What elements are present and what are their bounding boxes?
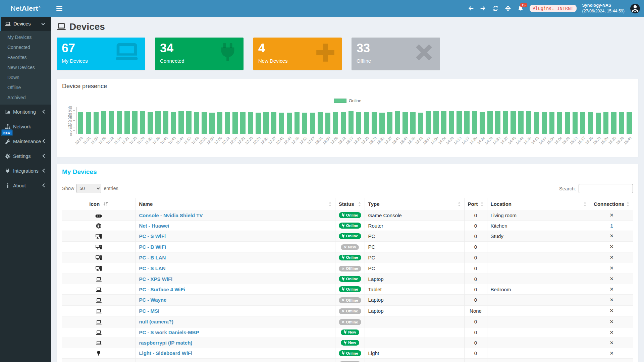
chart-bar — [169, 107, 177, 134]
device-type: Light — [365, 359, 464, 362]
sidebar-item-about[interactable]: About — [0, 178, 51, 193]
chart-bar — [455, 107, 463, 134]
forward-arrow-icon[interactable] — [480, 5, 487, 12]
refresh-icon[interactable] — [492, 5, 499, 12]
page-size-control: Show50entries — [62, 184, 118, 193]
column-header-name[interactable]: Name — [136, 198, 335, 210]
device-type: PC — [365, 263, 464, 274]
device-name-link[interactable]: PC - S LAN — [139, 265, 165, 271]
device-name-link[interactable]: PC - MSI — [139, 308, 159, 314]
sidebar-item-down[interactable]: Down — [0, 72, 51, 82]
chart-x-tick: 11:05 — [92, 134, 100, 153]
sidebar-item-new-devices[interactable]: New Devices — [0, 62, 51, 72]
sidebar-item-integrations[interactable]: Integrations — [0, 164, 51, 178]
back-arrow-icon[interactable] — [468, 5, 474, 12]
device-name-link[interactable]: PC - XPS WiFi — [139, 276, 172, 282]
device-name-link[interactable]: Console - Nvidia Shield TV — [139, 213, 203, 218]
sidebar-item-archived[interactable]: Archived — [0, 93, 51, 103]
device-port: 0 — [464, 284, 487, 295]
sidebar-toggle-button[interactable] — [56, 5, 63, 12]
host-datetime: (27/06/2024, 15:44:59) — [582, 8, 625, 14]
device-port: 0 — [464, 338, 487, 348]
chart-plot-area — [76, 107, 633, 134]
column-header-location[interactable]: Location — [487, 198, 590, 210]
table-row: PC - S LAN✕OfflinePC0✕ — [62, 263, 633, 274]
chart-title: Device presence — [57, 79, 638, 94]
status-badge: Online — [339, 286, 361, 292]
chart-bar — [115, 107, 123, 134]
table-header-row: Icon Name Status Type Port Location Co — [62, 198, 633, 210]
device-name-link[interactable]: Net - Huawei — [139, 223, 169, 229]
maintenance-new-badge: NEW — [1, 130, 12, 136]
device-type — [365, 316, 464, 327]
chart-x-tick: 11:21 — [123, 134, 130, 153]
status-badge: Online — [339, 223, 361, 229]
column-header-type[interactable]: Type — [365, 198, 464, 210]
user-avatar[interactable] — [630, 4, 640, 13]
stat-card-new-devices[interactable]: 4 New Devices — [253, 38, 342, 70]
chart-bar — [154, 107, 162, 134]
device-name-link[interactable]: Light - Sideboard WiFi — [139, 350, 192, 356]
device-name-link[interactable]: raspberrypi (IP match) — [139, 340, 192, 346]
sidebar-item-monitoring[interactable]: Monitoring — [0, 105, 51, 119]
column-header-port[interactable]: Port — [464, 198, 487, 210]
legend-label: Online — [349, 98, 362, 103]
device-location: Kitchen — [487, 221, 590, 231]
sidebar-item-favorites[interactable]: Favorites — [0, 52, 51, 62]
stat-card-my-devices[interactable]: 67 My Devices — [57, 38, 145, 70]
plugins-status-badge[interactable]: Plugins: INTRNT — [530, 5, 577, 12]
bulb-icon — [62, 348, 136, 359]
device-name-link[interactable]: PC - B WiFi — [139, 244, 166, 250]
sidebar-item-label: Devices — [13, 21, 41, 26]
column-header-connections[interactable]: Connections — [590, 198, 633, 210]
chart-bar — [162, 107, 169, 134]
chart-bar — [224, 107, 231, 134]
device-name-link[interactable]: PC - Surface 4 WiFi — [139, 287, 185, 292]
sidebar-item-offline[interactable]: Offline — [0, 82, 51, 93]
device-type: Router — [365, 221, 464, 231]
stat-card-offline[interactable]: 33 Offline — [352, 38, 440, 70]
chart-bar — [262, 107, 270, 134]
no-connections-x: ✕ — [609, 286, 614, 292]
device-name-link[interactable]: PC - Wayne — [139, 297, 166, 303]
chart-bar — [509, 107, 517, 134]
chart-bar — [216, 107, 224, 134]
device-location — [487, 359, 590, 362]
chart-bar — [332, 107, 339, 134]
chart-x-tick: 11:45 — [169, 134, 177, 153]
device-location — [487, 305, 590, 316]
device-port: 0 — [464, 359, 487, 362]
column-header-icon[interactable]: Icon — [62, 198, 136, 210]
sidebar-item-maintenance[interactable]: Maintenance — [0, 134, 51, 149]
column-header-status[interactable]: Status — [335, 198, 365, 210]
device-name-link[interactable]: PC - S WiFi — [139, 233, 166, 239]
no-connections-x: ✕ — [609, 297, 614, 303]
sidebar-item-connected[interactable]: Connected — [0, 42, 51, 52]
chart-legend[interactable]: Online — [62, 98, 633, 103]
device-location — [487, 316, 590, 327]
connections-link[interactable]: 1 — [610, 223, 613, 229]
page-size-select[interactable]: 50 — [76, 184, 101, 193]
chart-bar — [108, 107, 115, 134]
no-connections-x: ✕ — [609, 308, 614, 313]
main-content: Devices 67 My Devices 34 Connected — [51, 17, 644, 362]
device-name-link[interactable]: null (camera?) — [139, 319, 173, 324]
device-name-link[interactable]: PC - B LAN — [139, 255, 166, 260]
x-icon — [413, 42, 435, 64]
wrench-icon — [5, 139, 10, 144]
bell-icon[interactable]: 15 — [517, 5, 524, 12]
legend-swatch-online — [334, 99, 346, 103]
search-input[interactable] — [579, 184, 633, 193]
show-label: Show — [62, 186, 74, 191]
chart-bar — [424, 107, 432, 134]
move-icon[interactable] — [505, 5, 512, 12]
device-port: 0 — [464, 231, 487, 242]
notification-count-badge[interactable]: 15 — [520, 3, 527, 7]
app-logo[interactable]: NetAlertx — [0, 0, 51, 17]
device-name-link[interactable]: PC - S work Daniels-MBP — [139, 329, 199, 335]
sidebar-item-my-devices[interactable]: My Devices — [0, 32, 51, 42]
stat-card-connected[interactable]: 34 Connected — [155, 38, 244, 70]
plus-icon — [314, 42, 336, 65]
sidebar-item-settings[interactable]: Settings — [0, 149, 51, 164]
sidebar-item-devices[interactable]: Devices — [0, 17, 51, 31]
